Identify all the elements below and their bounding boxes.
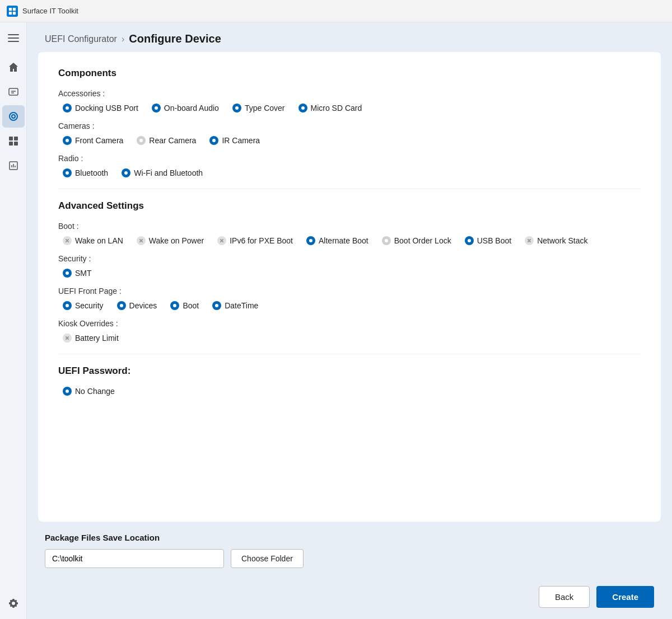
option-devices-fp-label: Devices: [129, 301, 157, 310]
boot-subsection: Boot : Wake on LAN Wake on Power IPv6: [58, 222, 641, 245]
option-battery-limit[interactable]: Battery Limit: [63, 334, 119, 343]
option-bluetooth-label: Bluetooth: [75, 168, 108, 177]
radio-onboard-audio: [152, 104, 161, 112]
breadcrumb-parent[interactable]: UEFI Configurator: [45, 34, 117, 44]
radio-ir-camera: [209, 136, 218, 145]
divider-2: [58, 354, 641, 354]
option-docking-usb[interactable]: Docking USB Port: [63, 104, 138, 112]
security-options: SMT: [58, 269, 641, 278]
save-location-input[interactable]: [45, 549, 224, 568]
radio-bluetooth: [63, 168, 72, 177]
accessories-options: Docking USB Port On-board Audio Type Cov…: [58, 104, 641, 112]
radio-wake-on-lan: [63, 236, 72, 245]
option-no-change[interactable]: No Change: [63, 387, 115, 396]
bottom-section: Package Files Save Location Choose Folde…: [27, 522, 672, 579]
option-wifi-bluetooth[interactable]: Wi-Fi and Bluetooth: [122, 168, 203, 177]
breadcrumb: UEFI Configurator › Configure Device: [27, 22, 672, 52]
advanced-settings-title: Advanced Settings: [58, 200, 641, 212]
radio-micro-sd: [298, 104, 307, 112]
svg-rect-2: [9, 11, 12, 14]
sidebar: [0, 22, 27, 619]
option-devices-fp[interactable]: Devices: [117, 301, 157, 310]
svg-rect-10: [9, 137, 13, 140]
option-network-stack-label: Network Stack: [537, 236, 587, 245]
option-micro-sd[interactable]: Micro SD Card: [298, 104, 362, 112]
option-bluetooth[interactable]: Bluetooth: [63, 168, 108, 177]
radio-label: Radio :: [58, 154, 641, 163]
option-rear-camera[interactable]: Rear Camera: [137, 136, 196, 145]
option-smt[interactable]: SMT: [63, 269, 92, 278]
breadcrumb-current: Configure Device: [129, 32, 221, 45]
sidebar-item-apps[interactable]: [2, 130, 25, 152]
sidebar-item-reports[interactable]: [2, 154, 25, 177]
sidebar-item-home[interactable]: [2, 56, 25, 78]
option-docking-usb-label: Docking USB Port: [75, 104, 138, 112]
sidebar-item-settings[interactable]: [2, 592, 25, 615]
option-usb-boot[interactable]: USB Boot: [465, 236, 511, 245]
option-ipv6-pxe-label: IPv6 for PXE Boot: [230, 236, 293, 245]
create-button[interactable]: Create: [596, 586, 654, 608]
svg-rect-7: [9, 88, 18, 95]
radio-boot-fp: [170, 301, 179, 310]
radio-alternate-boot: [306, 236, 315, 245]
uefi-password-section: UEFI Password: No Change: [58, 365, 641, 396]
divider-1: [58, 189, 641, 189]
components-title: Components: [58, 68, 641, 79]
radio-network-stack: [525, 236, 534, 245]
option-network-stack[interactable]: Network Stack: [525, 236, 587, 245]
app-icon: [7, 6, 18, 17]
option-ir-camera[interactable]: IR Camera: [209, 136, 260, 145]
svg-rect-1: [13, 7, 16, 10]
option-ir-camera-label: IR Camera: [222, 136, 260, 145]
option-boot-fp-label: Boot: [183, 301, 199, 310]
boot-label: Boot :: [58, 222, 641, 231]
radio-docking-usb: [63, 104, 72, 112]
radio-front-camera: [63, 136, 72, 145]
option-rear-camera-label: Rear Camera: [149, 136, 196, 145]
radio-devices-fp: [117, 301, 126, 310]
option-wake-on-lan[interactable]: Wake on LAN: [63, 236, 123, 245]
option-usb-boot-label: USB Boot: [477, 236, 511, 245]
option-battery-limit-label: Battery Limit: [75, 334, 119, 343]
radio-boot-order-lock: [382, 236, 391, 245]
radio-ipv6-pxe: [217, 236, 226, 245]
app-title: Surface IT Toolkit: [22, 7, 78, 15]
option-datetime-fp[interactable]: DateTime: [212, 301, 258, 310]
sidebar-item-profile[interactable]: [2, 81, 25, 103]
option-type-cover[interactable]: Type Cover: [232, 104, 285, 112]
sidebar-item-uefi[interactable]: [2, 105, 25, 128]
kiosk-overrides-label: Kiosk Overrides :: [58, 319, 641, 328]
option-alternate-boot-label: Alternate Boot: [319, 236, 368, 245]
cameras-options: Front Camera Rear Camera IR Camera: [58, 136, 641, 145]
svg-rect-6: [8, 41, 19, 42]
option-security-fp[interactable]: Security: [63, 301, 104, 310]
svg-rect-0: [9, 7, 12, 10]
option-smt-label: SMT: [75, 269, 92, 278]
option-front-camera-label: Front Camera: [75, 136, 123, 145]
radio-no-change: [63, 387, 72, 396]
option-onboard-audio[interactable]: On-board Audio: [152, 104, 219, 112]
option-boot-order-lock[interactable]: Boot Order Lock: [382, 236, 451, 245]
option-micro-sd-label: Micro SD Card: [311, 104, 362, 112]
svg-rect-3: [13, 11, 16, 14]
save-location-label: Package Files Save Location: [45, 533, 654, 542]
save-location-row: Choose Folder: [45, 549, 654, 568]
choose-folder-button[interactable]: Choose Folder: [231, 549, 304, 568]
breadcrumb-separator: ›: [122, 34, 124, 44]
action-row: Back Create: [27, 579, 672, 619]
option-wake-on-power[interactable]: Wake on Power: [137, 236, 204, 245]
radio-wifi-bluetooth: [122, 168, 130, 177]
radio-datetime-fp: [212, 301, 221, 310]
option-ipv6-pxe[interactable]: IPv6 for PXE Boot: [217, 236, 293, 245]
option-boot-fp[interactable]: Boot: [170, 301, 199, 310]
uefi-front-page-subsection: UEFI Front Page : Security Devices Bo: [58, 287, 641, 310]
option-datetime-fp-label: DateTime: [225, 301, 258, 310]
option-onboard-audio-label: On-board Audio: [164, 104, 219, 112]
kiosk-overrides-options: Battery Limit: [58, 334, 641, 343]
option-alternate-boot[interactable]: Alternate Boot: [306, 236, 368, 245]
option-front-camera[interactable]: Front Camera: [63, 136, 123, 145]
menu-button[interactable]: [2, 27, 25, 49]
back-button[interactable]: Back: [539, 586, 590, 608]
kiosk-overrides-subsection: Kiosk Overrides : Battery Limit: [58, 319, 641, 343]
app-layout: UEFI Configurator › Configure Device Com…: [0, 22, 672, 619]
